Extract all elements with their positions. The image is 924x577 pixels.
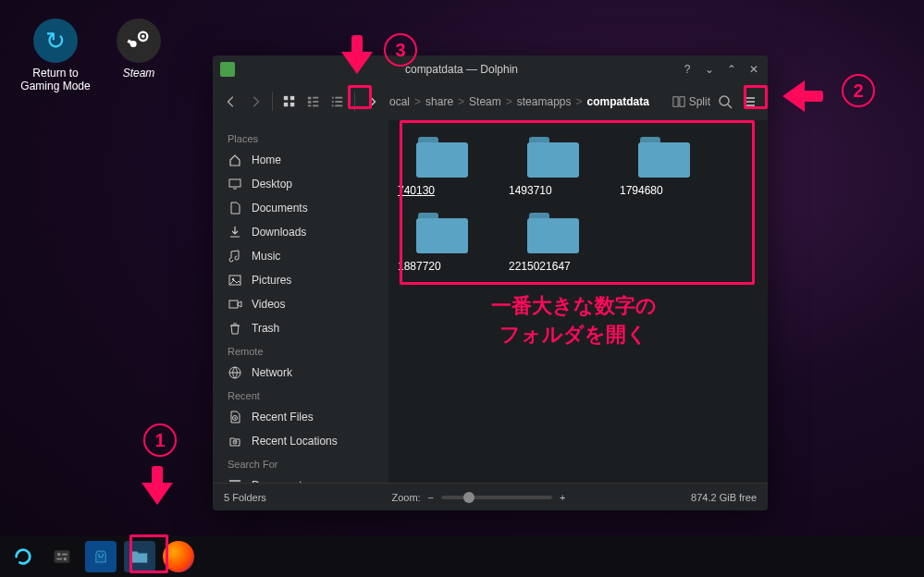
annotation-number-2: 2 — [842, 74, 875, 107]
sidebar-item-videos[interactable]: Videos — [213, 292, 388, 316]
folder-item[interactable]: 1794680 — [618, 137, 710, 198]
svg-rect-9 — [308, 105, 312, 107]
downloads-icon — [228, 225, 242, 239]
svg-rect-12 — [313, 105, 318, 107]
statusbar: 5 Folders Zoom: − + 874.2 GiB free — [213, 483, 768, 510]
sidebar-heading: Remote — [213, 340, 388, 361]
svg-point-2 — [142, 35, 145, 39]
folder-icon — [416, 213, 468, 253]
trash-icon — [228, 321, 242, 336]
search-button[interactable] — [716, 92, 734, 111]
svg-rect-13 — [332, 97, 334, 99]
zoom-in-button[interactable]: + — [560, 492, 565, 503]
desktop-icon-return-gaming[interactable]: ↻ Return to Gaming Mode — [18, 18, 92, 92]
sidebar-item-documents[interactable]: Documents — [213, 473, 388, 483]
sidebar-item-label: Network — [252, 366, 292, 379]
breadcrumb-sep: > — [506, 95, 512, 108]
sidebar-item-downloads[interactable]: Downloads — [213, 220, 388, 244]
svg-point-21 — [720, 96, 729, 105]
sidebar-item-label: Recent Locations — [252, 435, 338, 448]
recent-locations-icon — [228, 434, 242, 448]
system-settings-button[interactable] — [46, 541, 78, 572]
svg-rect-4 — [290, 96, 294, 100]
sidebar-item-label: Documents — [252, 202, 308, 215]
sidebar-item-label: Recent Files — [252, 411, 314, 424]
maximize-button[interactable]: ⌃ — [725, 63, 738, 76]
detail-view-button[interactable] — [328, 92, 347, 111]
svg-rect-31 — [55, 550, 70, 562]
sidebar-item-desktop[interactable]: Desktop — [213, 172, 388, 196]
svg-rect-16 — [335, 101, 342, 103]
folder-label: 1794680 — [618, 183, 665, 198]
folder-item[interactable]: 740130 — [396, 137, 488, 198]
compact-view-button[interactable] — [304, 92, 323, 111]
folder-item[interactable]: 1493710 — [507, 137, 599, 198]
sidebar-item-pictures[interactable]: Pictures — [213, 268, 388, 292]
svg-point-32 — [57, 553, 60, 556]
breadcrumb-sep: > — [458, 95, 464, 108]
breadcrumb-item[interactable]: compatdata — [585, 93, 652, 110]
icon-view-button[interactable] — [280, 92, 299, 111]
window-title: compatdata — Dolphin — [242, 63, 681, 76]
sidebar-item-recent-files[interactable]: Recent Files — [213, 405, 388, 429]
taskbar — [0, 536, 924, 577]
sidebar-heading: Recent — [213, 385, 388, 405]
help-button[interactable]: ? — [681, 63, 694, 76]
sidebar-heading: Places — [213, 128, 388, 148]
sidebar-item-network[interactable]: Network — [213, 361, 388, 385]
svg-rect-11 — [313, 101, 318, 103]
folder-item[interactable]: 2215021647 — [507, 213, 599, 274]
annotation-number-1: 1 — [143, 424, 177, 457]
svg-rect-10 — [313, 97, 318, 99]
svg-rect-20 — [680, 97, 684, 107]
pictures-icon — [228, 273, 242, 288]
discover-store-button[interactable] — [85, 541, 117, 572]
recent-files-icon — [228, 410, 242, 424]
zoom-out-button[interactable]: − — [428, 492, 434, 503]
sidebar-heading: Search For — [213, 453, 388, 473]
zoom-label: Zoom: — [391, 492, 420, 503]
taskbar-firefox-button[interactable] — [163, 541, 194, 572]
free-space: 874.2 GiB free — [691, 492, 757, 503]
sidebar-item-home[interactable]: Home — [213, 148, 388, 172]
hamburger-menu-button[interactable] — [740, 92, 758, 111]
app-icon — [220, 62, 235, 77]
svg-point-33 — [64, 558, 67, 560]
folder-icon — [527, 137, 579, 178]
return-icon: ↻ — [33, 18, 78, 63]
svg-rect-22 — [229, 179, 240, 187]
steam-icon — [117, 18, 161, 63]
folder-icon — [416, 137, 468, 178]
close-button[interactable]: ✕ — [747, 63, 760, 76]
folder-item[interactable]: 1887720 — [396, 213, 488, 274]
desktop-icon-steam[interactable]: Steam — [102, 18, 176, 80]
sidebar: PlacesHomeDesktopDocumentsDownloadsMusic… — [213, 120, 388, 483]
breadcrumb-expand-button[interactable] — [363, 92, 381, 111]
sidebar-item-documents[interactable]: Documents — [213, 196, 388, 220]
breadcrumb-item[interactable]: ocal — [387, 93, 413, 110]
minimize-button[interactable]: ⌄ — [703, 63, 716, 76]
sidebar-item-label: Pictures — [252, 274, 291, 287]
desktop-icon-label: Steam — [102, 67, 176, 80]
svg-rect-15 — [332, 101, 334, 103]
sidebar-item-trash[interactable]: Trash — [213, 316, 388, 340]
forward-button[interactable] — [246, 92, 265, 111]
zoom-slider[interactable] — [441, 496, 552, 499]
annotation-arrow-1 — [142, 466, 170, 507]
sidebar-item-music[interactable]: Music — [213, 244, 388, 268]
svg-rect-17 — [332, 105, 334, 107]
breadcrumb-item[interactable]: Steam — [466, 93, 504, 110]
back-button[interactable] — [222, 92, 240, 111]
taskbar-dolphin-button[interactable] — [124, 541, 155, 572]
folder-view[interactable]: 7401301493710179468018877202215021647 — [388, 120, 768, 483]
breadcrumb-item[interactable]: share — [423, 93, 456, 110]
folder-label: 740130 — [396, 183, 437, 198]
split-button[interactable]: Split — [672, 95, 710, 108]
folder-label: 2215021647 — [507, 259, 573, 274]
sidebar-item-recent-locations[interactable]: Recent Locations — [213, 429, 388, 453]
sidebar-item-label: Downloads — [252, 226, 306, 239]
app-launcher-button[interactable] — [7, 541, 39, 572]
svg-rect-18 — [335, 105, 342, 107]
breadcrumb-item[interactable]: steamapps — [514, 93, 574, 110]
titlebar[interactable]: compatdata — Dolphin ? ⌄ ⌃ ✕ — [213, 55, 768, 83]
